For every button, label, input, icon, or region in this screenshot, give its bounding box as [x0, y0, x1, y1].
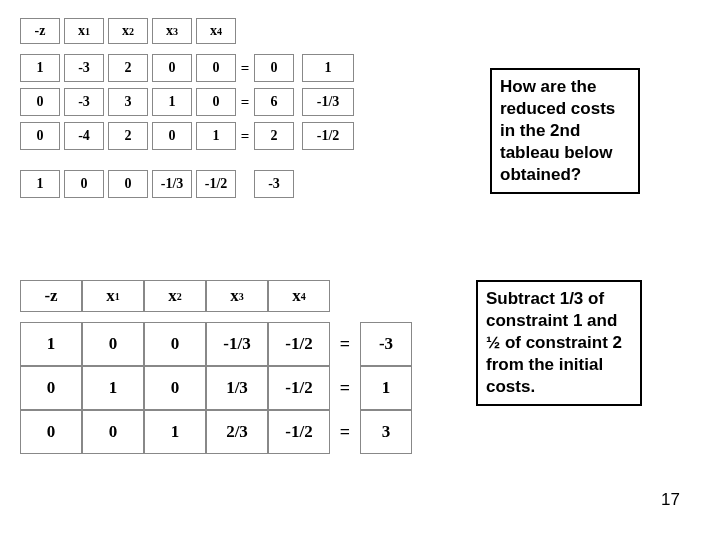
t1-r1-c4: 0 [196, 54, 236, 82]
col-x2: x2 [108, 18, 148, 44]
tableau1-row3: 0 -4 2 0 1 = 2 -1/2 [20, 122, 354, 150]
t1-r3-rhs: 2 [254, 122, 294, 150]
t1-r2-c2: 3 [108, 88, 148, 116]
question-text: How are the reduced costs in the 2nd tab… [500, 77, 615, 184]
t1-r1-mult: 1 [302, 54, 354, 82]
col-x3: x3 [206, 280, 268, 312]
t2-r3-c1: 0 [82, 410, 144, 454]
t2-r3-rhs: 3 [360, 410, 412, 454]
answer-box: Subtract 1/3 of constraint 1 and ½ of co… [476, 280, 642, 406]
question-box: How are the reduced costs in the 2nd tab… [490, 68, 640, 194]
t1-r2-c4: 0 [196, 88, 236, 116]
equals-icon: = [236, 128, 254, 145]
t1-r3-c2: 2 [108, 122, 148, 150]
t2-r3-c3: 2/3 [206, 410, 268, 454]
col-x4: x4 [268, 280, 330, 312]
t1-r4-c1: 0 [64, 170, 104, 198]
equals-icon: = [236, 94, 254, 111]
t1-r4-c4: -1/2 [196, 170, 236, 198]
t2-r1-c1: 0 [82, 322, 144, 366]
t1-r3-c0: 0 [20, 122, 60, 150]
equals-icon: = [330, 334, 360, 355]
t1-r1-c1: -3 [64, 54, 104, 82]
t1-r1-rhs: 0 [254, 54, 294, 82]
t1-r3-c3: 0 [152, 122, 192, 150]
tableau1-row2: 0 -3 3 1 0 = 6 -1/3 [20, 88, 354, 116]
t1-r2-c3: 1 [152, 88, 192, 116]
col-x3: x3 [152, 18, 192, 44]
t2-r2-c4: -1/2 [268, 366, 330, 410]
t2-r2-c2: 0 [144, 366, 206, 410]
t2-r3-c4: -1/2 [268, 410, 330, 454]
t1-r3-c4: 1 [196, 122, 236, 150]
t2-r2-c0: 0 [20, 366, 82, 410]
t2-r2-rhs: 1 [360, 366, 412, 410]
t1-r2-c1: -3 [64, 88, 104, 116]
t2-r1-c4: -1/2 [268, 322, 330, 366]
t2-r3-c2: 1 [144, 410, 206, 454]
t1-r4-c0: 1 [20, 170, 60, 198]
col-x1: x1 [82, 280, 144, 312]
t2-r1-c2: 0 [144, 322, 206, 366]
t1-r3-c1: -4 [64, 122, 104, 150]
initial-tableau: -z x1 x2 x3 x4 1 -3 2 0 0 = 0 1 0 -3 3 1… [20, 18, 354, 198]
t2-r3-c0: 0 [20, 410, 82, 454]
t2-r2-c3: 1/3 [206, 366, 268, 410]
equals-icon: = [330, 422, 360, 443]
col-x1: x1 [64, 18, 104, 44]
tableau2-header-row: -z x1 x2 x3 x4 [20, 280, 412, 312]
t1-r1-c2: 2 [108, 54, 148, 82]
tableau1-reduced-row: 1 0 0 -1/3 -1/2 -3 [20, 170, 354, 198]
col-x2: x2 [144, 280, 206, 312]
col-x4: x4 [196, 18, 236, 44]
tableau1-header-row: -z x1 x2 x3 x4 [20, 18, 354, 44]
t2-r1-c3: -1/3 [206, 322, 268, 366]
t1-r2-rhs: 6 [254, 88, 294, 116]
col-z: -z [20, 280, 82, 312]
tableau2-row3: 0 0 1 2/3 -1/2 = 3 [20, 410, 412, 454]
t1-r4-c3: -1/3 [152, 170, 192, 198]
second-tableau: -z x1 x2 x3 x4 1 0 0 -1/3 -1/2 = -3 0 1 … [20, 280, 412, 454]
page-number: 17 [661, 490, 680, 510]
tableau1-row1: 1 -3 2 0 0 = 0 1 [20, 54, 354, 82]
t2-r1-rhs: -3 [360, 322, 412, 366]
equals-icon: = [330, 378, 360, 399]
t2-r1-c0: 1 [20, 322, 82, 366]
tableau2-row2: 0 1 0 1/3 -1/2 = 1 [20, 366, 412, 410]
t1-r2-c0: 0 [20, 88, 60, 116]
t1-r4-rhs: -3 [254, 170, 294, 198]
answer-text: Subtract 1/3 of constraint 1 and ½ of co… [486, 289, 622, 396]
t1-r1-c3: 0 [152, 54, 192, 82]
t1-r4-c2: 0 [108, 170, 148, 198]
t2-r2-c1: 1 [82, 366, 144, 410]
equals-icon: = [236, 60, 254, 77]
tableau2-row1: 1 0 0 -1/3 -1/2 = -3 [20, 322, 412, 366]
t1-r3-mult: -1/2 [302, 122, 354, 150]
t1-r2-mult: -1/3 [302, 88, 354, 116]
t1-r1-c0: 1 [20, 54, 60, 82]
col-z: -z [20, 18, 60, 44]
